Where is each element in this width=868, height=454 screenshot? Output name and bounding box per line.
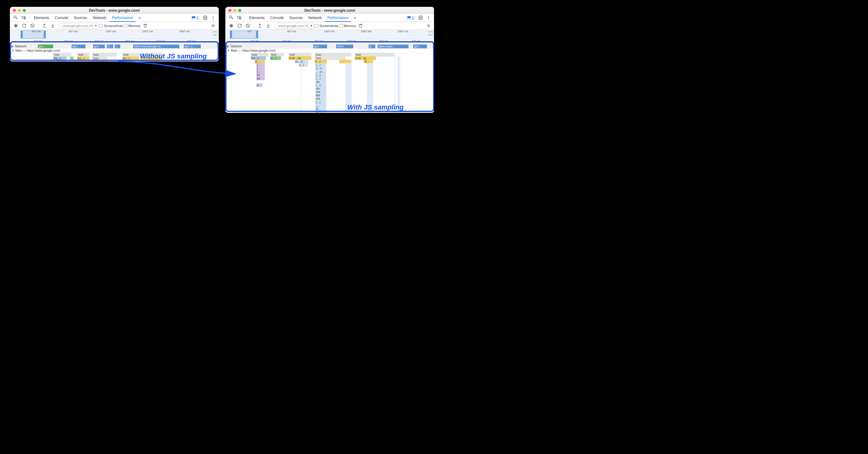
net-item[interactable]: goo… xyxy=(38,45,53,48)
time-ruler[interactable]: 197 ms 247 ms 297 ms 347 ms 397 ms 447 m… xyxy=(226,39,434,44)
tab-elements[interactable]: Elements xyxy=(247,14,267,22)
svg-point-17 xyxy=(428,17,429,18)
tabs-overflow[interactable]: » xyxy=(136,14,143,22)
disclosure-triangle-icon[interactable]: ▶ xyxy=(227,45,229,48)
ruler-tick: 297 ms xyxy=(64,40,73,43)
titlebar: DevTools - www.google.com/ xyxy=(226,7,434,14)
kebab-icon[interactable] xyxy=(425,15,432,21)
flame-cell[interactable]: X… xyxy=(315,110,327,113)
upload-icon[interactable] xyxy=(40,23,48,29)
tab-console[interactable]: Console xyxy=(268,14,286,22)
disclosure-triangle-icon[interactable]: ▼ xyxy=(11,49,14,52)
overview-selection[interactable] xyxy=(232,30,256,38)
net-item[interactable]: gen… xyxy=(313,45,327,48)
issues-badge[interactable]: 1 xyxy=(406,16,415,20)
flame-cell[interactable]: Ev…t xyxy=(77,57,89,60)
flame-cell[interactable] xyxy=(70,57,74,60)
svg-point-18 xyxy=(428,19,429,20)
flame-cell[interactable]: (…) xyxy=(299,63,308,67)
annotation-right: With JS sampling xyxy=(347,103,404,111)
flame-cell[interactable]: p xyxy=(256,83,262,87)
recording-select[interactable]: www.google.com #1 xyxy=(61,23,98,29)
download-icon[interactable] xyxy=(264,23,272,29)
memory-checkbox[interactable]: Memory xyxy=(339,24,356,28)
tab-network[interactable]: Network xyxy=(90,14,109,22)
reload-record-icon[interactable] xyxy=(236,23,243,29)
net-item[interactable]: gen… xyxy=(413,45,427,48)
inspect-icon[interactable] xyxy=(12,15,19,21)
flame-cell[interactable] xyxy=(92,60,107,61)
overview-handle-right[interactable] xyxy=(256,30,258,38)
kebab-icon[interactable] xyxy=(209,15,217,21)
network-label: Network xyxy=(15,45,26,48)
record-icon[interactable] xyxy=(12,23,19,29)
net-item[interactable]: gen_… xyxy=(72,45,86,48)
flame-cell[interactable]: Task xyxy=(92,57,107,60)
flame-cell[interactable] xyxy=(62,60,67,61)
recording-select-value: www.google.com #1 xyxy=(278,24,309,28)
flame-cell[interactable]: Task xyxy=(53,53,72,57)
clear-icon[interactable] xyxy=(29,23,36,29)
svg-point-3 xyxy=(205,17,206,19)
net-item[interactable]: cl… xyxy=(107,45,113,48)
recording-select-value: www.google.com #1 xyxy=(63,24,93,28)
network-track[interactable]: ▶ Network goo… gen_… gen… cl… n… hpba (w… xyxy=(10,44,219,49)
recording-select[interactable]: www.google.com #1 xyxy=(276,23,314,29)
record-icon[interactable] xyxy=(227,23,235,29)
tab-console[interactable]: Console xyxy=(52,14,71,22)
main-label: Main — https://www.google.com/ xyxy=(16,49,60,52)
flame-cell[interactable]: Task xyxy=(77,53,89,57)
capture-settings-icon[interactable] xyxy=(425,23,432,29)
gear-icon[interactable] xyxy=(201,15,209,21)
flame-cell[interactable]: ea xyxy=(256,77,265,80)
net-item[interactable]: g… xyxy=(369,45,375,48)
ruler-tick: 447 ms xyxy=(411,40,421,43)
ov-tick: 2497 ms xyxy=(398,30,408,33)
net-item[interactable]: gen_2… xyxy=(184,45,201,48)
gc-icon[interactable] xyxy=(142,23,149,29)
tab-performance[interactable]: Performance xyxy=(110,14,135,22)
upload-icon[interactable] xyxy=(256,23,264,29)
main-track-header[interactable]: ▼ Main — https://www.google.com/ xyxy=(226,49,434,53)
net-item[interactable]: client xyxy=(336,45,353,48)
svg-point-5 xyxy=(213,17,214,18)
ruler-tick: 297 ms xyxy=(315,40,324,43)
disclosure-triangle-icon[interactable]: ▼ xyxy=(227,49,230,52)
screenshots-checkbox[interactable]: Screenshots xyxy=(99,24,123,28)
tab-performance[interactable]: Performance xyxy=(325,14,351,22)
overview-minimap[interactable]: 497 ms 997 ms 1497 ms 1997 ms 2497 ms CP… xyxy=(10,30,219,39)
svg-point-4 xyxy=(213,16,214,17)
flame-cell[interactable] xyxy=(122,60,159,61)
gc-icon[interactable] xyxy=(357,23,364,29)
flame-cell[interactable]: Task xyxy=(92,53,117,57)
network-track[interactable]: ▶ Network gen… client g… hpba (www… gen… xyxy=(226,44,434,49)
tab-network[interactable]: Network xyxy=(306,14,324,22)
time-ruler[interactable]: 247 ms 297 ms 347 ms 397 ms 447 ms 497 m… xyxy=(10,39,219,44)
net-item[interactable]: gen… xyxy=(93,45,105,48)
capture-settings-icon[interactable] xyxy=(209,23,217,29)
tabs-overflow[interactable]: » xyxy=(352,14,359,22)
memory-label: Memory xyxy=(344,24,356,28)
net-item[interactable]: hpba (www.google.co… xyxy=(133,45,179,48)
disclosure-triangle-icon[interactable]: ▶ xyxy=(11,45,14,48)
net-item[interactable]: n… xyxy=(115,45,120,48)
reload-record-icon[interactable] xyxy=(20,23,28,29)
clear-icon[interactable] xyxy=(244,23,251,29)
device-toolbar-icon[interactable] xyxy=(20,15,27,21)
net-item[interactable]: hpba (www… xyxy=(378,45,408,48)
tab-sources[interactable]: Sources xyxy=(71,14,90,22)
gear-icon[interactable] xyxy=(417,15,424,21)
overview-minimap[interactable]: 497 997 ms 1497 ms 1997 ms 2497 ms CPU N… xyxy=(226,30,434,39)
tab-elements[interactable]: Elements xyxy=(31,14,52,22)
issues-badge[interactable]: 1 xyxy=(190,16,200,20)
overview-handle-right[interactable] xyxy=(44,30,46,38)
flame-cell[interactable]: Ev…t xyxy=(122,57,139,60)
device-toolbar-icon[interactable] xyxy=(236,15,243,21)
inspect-icon[interactable] xyxy=(227,15,235,21)
memory-checkbox[interactable]: Memory xyxy=(124,24,141,28)
screenshots-checkbox[interactable]: Screenshots xyxy=(315,24,338,28)
flame-cell[interactable]: Pa…L xyxy=(53,57,67,60)
download-icon[interactable] xyxy=(49,23,56,29)
tab-sources[interactable]: Sources xyxy=(287,14,305,22)
ruler-tick: 397 ms xyxy=(125,40,135,43)
